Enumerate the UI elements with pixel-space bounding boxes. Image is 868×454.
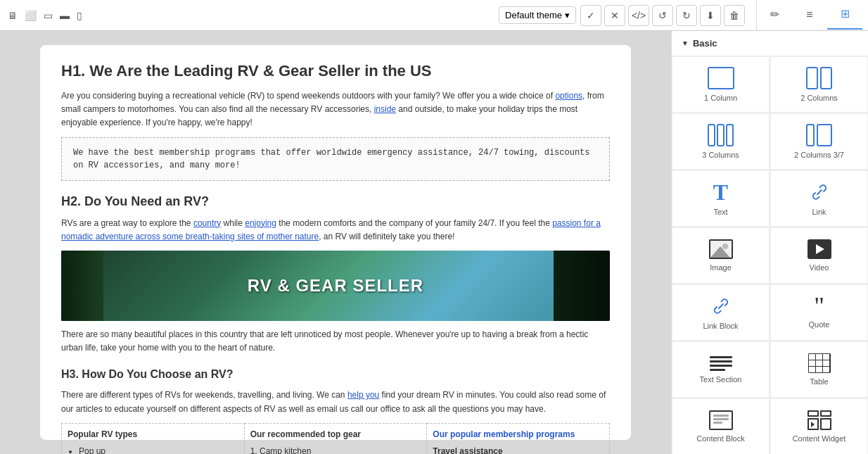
widget-contentwidget[interactable]: Content Widget: [770, 398, 868, 454]
enjoying-link[interactable]: enjoying: [245, 218, 276, 228]
2col-icon: [806, 67, 832, 89]
right-sidebar: ▼ Basic 1 Column 2 Columns 3 Colu: [671, 31, 868, 454]
inside-link[interactable]: inside: [374, 104, 396, 114]
widget-contentwidget-label: Content Widget: [793, 434, 846, 443]
play-icon: [816, 244, 824, 254]
widget-contentblock[interactable]: Content Block: [672, 398, 770, 454]
redo-button[interactable]: ↻: [676, 5, 697, 26]
basic-section-header[interactable]: ▼ Basic: [672, 31, 868, 56]
country-link[interactable]: country: [193, 218, 221, 228]
tab-style[interactable]: ✏: [757, 0, 792, 30]
rv-paragraph: RVs are a great way to explore the count…: [61, 217, 610, 244]
membership1-title: Travel assistance: [433, 445, 604, 454]
toolbar: 🖥 ⬜ ▭ ▬ ▯ Default theme ▾ ✓ ✕ </> ↺ ↻ ⬇ …: [0, 0, 868, 31]
trash-button[interactable]: 🗑: [724, 5, 745, 26]
video-icon: [808, 239, 831, 259]
widget-table-label: Table: [810, 377, 828, 386]
1col-icon: [708, 67, 734, 89]
hero-trees-right: [554, 251, 610, 321]
col2-header: Our recommended top gear: [250, 428, 421, 441]
tab-blocks[interactable]: ⊞: [827, 0, 862, 30]
tablet-landscape-icon[interactable]: ⬜: [23, 8, 39, 23]
3col-icon: [708, 124, 734, 146]
widget-3col-label: 3 Columns: [702, 151, 739, 159]
quote-icon: ": [814, 296, 824, 317]
widget-image-label: Image: [710, 263, 732, 272]
widget-3col[interactable]: 3 Columns: [672, 113, 770, 170]
image-icon: [709, 239, 733, 259]
device-selector: 🖥 ⬜ ▭ ▬ ▯: [6, 8, 84, 23]
section-label: Basic: [693, 38, 717, 49]
widget-2col37[interactable]: 2 Columns 3/7: [770, 113, 868, 170]
2col37-icon: [806, 124, 832, 146]
widget-text-label: Text: [713, 208, 727, 216]
hero-image: RV & GEAR SELLER: [61, 251, 610, 321]
page-canvas: H1. We Are the Leading RV & Gear Seller …: [40, 45, 631, 440]
code-button[interactable]: </>: [628, 5, 649, 26]
contentwidget-icon: [808, 410, 831, 430]
widget-link-label: Link: [812, 208, 826, 216]
hero-text: RV & GEAR SELLER: [248, 273, 423, 298]
chevron-down-icon: ▾: [565, 10, 570, 20]
list-item: Pop up: [79, 445, 238, 454]
mobile-landscape-icon[interactable]: ▬: [58, 8, 72, 23]
linkblock-icon: [710, 295, 732, 317]
close-button[interactable]: ✕: [604, 5, 625, 26]
col1-header: Popular RV types: [68, 428, 238, 441]
widget-link[interactable]: Link: [770, 170, 868, 227]
tablet-portrait-icon[interactable]: ▭: [42, 8, 55, 23]
tab-navigator[interactable]: ≡: [792, 0, 827, 30]
options-link[interactable]: options: [555, 91, 582, 101]
link-icon: [808, 181, 831, 203]
collapse-arrow-icon: ▼: [682, 39, 689, 47]
help-link[interactable]: help you: [347, 390, 379, 400]
list-item: 1. Camp kitchen: [250, 445, 421, 454]
widget-table[interactable]: Table: [770, 341, 868, 398]
mobile-portrait-icon[interactable]: ▯: [75, 8, 84, 23]
intro-paragraph: Are you considering buying a recreationa…: [61, 89, 610, 130]
widget-contentblock-label: Content Block: [696, 434, 744, 443]
editor-area: H1. We Are the Leading RV & Gear Seller …: [0, 31, 671, 454]
h3-heading: H3. How Do You Choose an RV?: [61, 366, 610, 383]
widget-video-label: Video: [810, 263, 829, 272]
download-button[interactable]: ⬇: [700, 5, 721, 26]
undo-button[interactable]: ↺: [652, 5, 673, 26]
widget-quote-label: Quote: [809, 320, 830, 329]
choose-paragraph: There are different types of RVs for wee…: [61, 389, 610, 415]
widget-2col-label: 2 Columns: [800, 94, 838, 102]
check-button[interactable]: ✓: [580, 5, 601, 26]
toolbar-actions: ✓ ✕ </> ↺ ↻ ⬇ 🗑: [580, 5, 745, 26]
textsection-icon: [710, 356, 732, 371]
widget-textsection[interactable]: Text Section: [672, 341, 770, 398]
widget-2col37-label: 2 Columns 3/7: [794, 151, 844, 159]
after-hero-paragraph: There are so many beautiful places in th…: [61, 328, 610, 355]
widget-2col[interactable]: 2 Columns: [770, 56, 868, 113]
desktop-icon[interactable]: 🖥: [6, 8, 20, 23]
h2-heading: H2. Do You Need an RV?: [61, 192, 610, 211]
widget-1col[interactable]: 1 Column: [672, 56, 770, 113]
text-icon: T: [713, 181, 728, 203]
widget-video[interactable]: Video: [770, 227, 868, 284]
blockquote: We have the best membership programs tha…: [61, 137, 610, 181]
theme-dropdown[interactable]: Default theme ▾: [499, 6, 576, 24]
theme-label: Default theme: [505, 10, 562, 20]
table-icon: [808, 353, 831, 373]
widget-linkblock[interactable]: Link Block: [672, 284, 770, 341]
col3-header: Our popular membership programs: [433, 428, 604, 441]
widget-1col-label: 1 Column: [704, 94, 737, 102]
main-container: H1. We Are the Leading RV & Gear Seller …: [0, 31, 868, 454]
widget-quote[interactable]: " Quote: [770, 284, 868, 341]
three-col-table: Popular RV types Pop up Small camper Fif…: [61, 423, 610, 454]
widget-linkblock-label: Link Block: [703, 322, 738, 330]
widget-text[interactable]: T Text: [672, 170, 770, 227]
h1-heading: H1. We Are the Leading RV & Gear Seller …: [61, 59, 610, 82]
widget-textsection-label: Text Section: [700, 375, 742, 384]
widget-image[interactable]: Image: [672, 227, 770, 284]
widget-grid: 1 Column 2 Columns 3 Columns: [672, 56, 868, 454]
passion-link[interactable]: passion for a nomadic adventure across s…: [61, 218, 601, 241]
contentblock-icon: [709, 410, 733, 430]
hero-trees-left: [61, 251, 103, 321]
